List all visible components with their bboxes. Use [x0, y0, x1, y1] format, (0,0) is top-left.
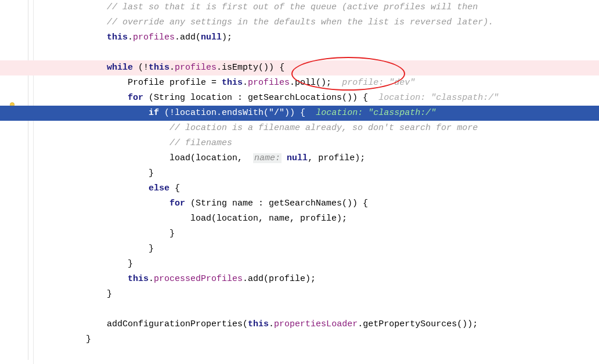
code-line[interactable]: } — [34, 242, 599, 257]
code-token: while — [107, 63, 133, 73]
code-line[interactable]: for (String location : getSearchLocation… — [34, 91, 599, 106]
code-token: // filenames — [169, 138, 232, 148]
code-line[interactable]: } — [34, 166, 599, 181]
code-line[interactable]: // filenames — [34, 136, 599, 151]
code-token: . — [243, 78, 248, 88]
code-token: null — [287, 153, 308, 163]
code-token: (String name : getSearchNames()) { — [185, 199, 368, 208]
code-token: .add( — [175, 33, 201, 42]
code-token: } — [149, 244, 154, 254]
code-line[interactable]: Profile profile = this.profiles.poll(); … — [34, 75, 599, 91]
inline-hint: location: "classpath:/" — [378, 93, 499, 103]
code-token: "/" — [269, 108, 284, 118]
code-token: (!location.endsWith( — [159, 108, 269, 118]
code-token: , profile); — [308, 153, 365, 163]
code-token: // location is a filename already, so do… — [169, 123, 478, 133]
code-token: } — [86, 334, 91, 344]
code-token: .add(profile); — [243, 274, 316, 284]
code-line[interactable]: addConfigurationProperties(this.properti… — [34, 317, 599, 332]
code-line[interactable]: load(location, name, profile); — [34, 211, 599, 226]
code-token: } — [128, 259, 133, 269]
code-token: . — [269, 319, 274, 329]
code-token: profiles — [133, 33, 175, 42]
code-token: else — [149, 183, 169, 193]
inline-hint: location: "classpath:/" — [316, 108, 436, 118]
code-line[interactable]: load(location, name: null, profile); — [34, 151, 599, 166]
code-token: . — [149, 274, 154, 284]
code-token: (String location : getSearchLocations())… — [143, 93, 378, 103]
code-token: . — [169, 63, 175, 73]
code-token: this — [128, 274, 149, 284]
code-token: // last so that it is first out of the q… — [107, 2, 478, 12]
code-token: } — [107, 289, 112, 299]
code-line[interactable]: } — [34, 332, 599, 347]
code-token: this — [107, 33, 128, 42]
code-line[interactable]: this.processedProfiles.add(profile); — [34, 272, 599, 287]
code-token: )) { — [284, 108, 316, 118]
code-line[interactable]: } — [34, 287, 599, 302]
code-line[interactable]: // override any settings in the defaults… — [34, 15, 599, 30]
code-line[interactable] — [34, 45, 599, 60]
code-line[interactable]: } — [34, 257, 599, 272]
code-line[interactable]: if (!location.endsWith("/")) { location:… — [0, 106, 599, 121]
code-token: .isEmpty()) { — [216, 63, 284, 73]
code-token: } — [149, 168, 154, 178]
code-token: (! — [133, 63, 149, 73]
inline-hint: profile: "dev" — [342, 78, 415, 88]
code-token: addConfigurationProperties( — [107, 319, 248, 329]
code-token: } — [169, 229, 175, 239]
fold-guide — [28, 0, 28, 360]
code-token: this — [222, 78, 243, 88]
code-line[interactable]: // location is a filename already, so do… — [34, 121, 599, 136]
code-token: this — [149, 63, 169, 73]
code-token: processedProfiles — [154, 274, 243, 284]
editor-gutter[interactable] — [0, 0, 34, 364]
code-token: Profile profile = — [128, 78, 222, 88]
code-token: for — [169, 199, 185, 208]
code-token: // override any settings in the defaults… — [107, 17, 493, 27]
code-token: load(location, name, profile); — [190, 214, 347, 224]
code-line[interactable]: } — [34, 226, 599, 242]
code-token: .poll(); — [290, 78, 342, 88]
code-line[interactable]: // last so that it is first out of the q… — [34, 0, 599, 15]
code-token: propertiesLoader — [274, 319, 358, 329]
code-token: ); — [222, 33, 232, 42]
code-token: this — [248, 319, 269, 329]
code-line[interactable]: while (!this.profiles.isEmpty()) { — [0, 60, 599, 75]
code-token: { — [169, 183, 180, 193]
code-token: if — [149, 108, 159, 118]
code-token: load(location, — [169, 153, 253, 163]
code-token: profiles — [175, 63, 216, 73]
code-line[interactable]: for (String name : getSearchNames()) { — [34, 196, 599, 211]
code-line[interactable] — [34, 347, 599, 362]
code-line[interactable]: this.profiles.add(null); — [34, 30, 599, 45]
inline-hint: name: — [253, 153, 282, 163]
code-line[interactable]: else { — [34, 181, 599, 196]
code-token: .getPropertySources()); — [358, 319, 478, 329]
code-token: . — [128, 33, 133, 42]
code-line[interactable] — [34, 302, 599, 317]
breakpoint-column[interactable] — [0, 0, 14, 364]
code-token — [282, 153, 287, 163]
code-editor[interactable]: // last so that it is first out of the q… — [34, 0, 599, 364]
code-token: null — [201, 33, 222, 42]
code-token: profiles — [248, 78, 290, 88]
code-token: for — [128, 93, 143, 103]
